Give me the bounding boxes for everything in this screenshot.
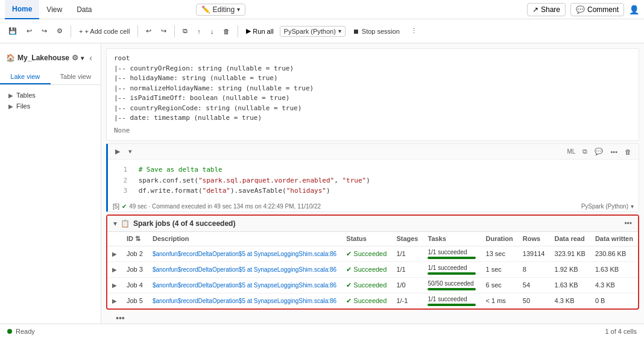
expand-cell[interactable]: ▶ xyxy=(107,261,122,277)
cell-kernel-label: PySpark (Python) xyxy=(581,203,628,210)
collapse-spark-icon[interactable]: ▾ xyxy=(113,219,117,228)
cell-expand-button[interactable]: ▾ xyxy=(126,146,134,157)
job-data-written-cell: 1.63 KB xyxy=(590,261,638,277)
more-options-button[interactable]: ⋮ xyxy=(407,25,421,37)
check-icon: ✔ xyxy=(346,266,352,274)
undo-icon: ↩ xyxy=(27,27,32,35)
progress-bar-fill xyxy=(428,304,476,306)
kernel-selector[interactable]: PySpark (Python) ▾ xyxy=(280,26,346,37)
collapse-sidebar-button[interactable]: ‹ xyxy=(87,51,95,65)
user-icon[interactable]: 👤 xyxy=(629,5,639,14)
lakehouse-icon: 🏠 xyxy=(6,54,15,62)
comment-button[interactable]: 💬 Comment xyxy=(570,3,624,16)
run-all-button[interactable]: ▶ Run all xyxy=(242,25,277,37)
sidebar: 🏠 My_Lakehouse ⚙ ▾ ‹ Lake view Table vie… xyxy=(0,43,101,324)
tab-table-view[interactable]: Table view xyxy=(51,70,101,84)
status-indicator xyxy=(7,329,12,334)
comment-label: Comment xyxy=(587,5,619,14)
check-icon: ✔ xyxy=(346,297,352,305)
lakehouse-settings-icon[interactable]: ⚙ xyxy=(72,54,78,62)
save-icon: 💾 xyxy=(8,27,17,35)
settings-button[interactable]: ⚙ xyxy=(53,25,66,37)
files-label: Files xyxy=(16,102,30,110)
status-badge: ✔ Succeeded xyxy=(346,266,387,274)
sort-icon[interactable]: ⇅ xyxy=(135,235,140,242)
code-area[interactable]: 1 # Save as delta table 2 spark.conf.set… xyxy=(108,160,639,201)
th-rows: Rows xyxy=(518,232,550,246)
spark-panel-title: Spark jobs (4 of 4 succeeded) xyxy=(133,219,235,228)
job-desc-cell[interactable]: $anonfun$recordDeltaOperation$5 at Synap… xyxy=(148,261,341,277)
separator-3 xyxy=(174,25,175,37)
spark-jobs-panel: ▾ 📋 Spark jobs (4 of 4 succeeded) ••• ID… xyxy=(106,214,639,310)
job-stages-cell: 1/1 xyxy=(391,261,423,277)
cell-count: 1 of 4 cells xyxy=(605,328,637,335)
lakehouse-title: 🏠 My_Lakehouse ⚙ ▾ xyxy=(6,54,84,62)
job-desc-cell[interactable]: $anonfun$recordDeltaOperation$5 at Synap… xyxy=(148,293,341,308)
job-stages-cell: 1/0 xyxy=(391,277,423,293)
run-all-label: Run all xyxy=(253,28,273,35)
redo-toolbar-button[interactable]: ↪ xyxy=(157,25,170,37)
undo-toolbar-button[interactable]: ↩ xyxy=(142,25,155,37)
nav-view[interactable]: View xyxy=(39,0,69,19)
nav-data[interactable]: Data xyxy=(69,0,99,19)
separator-1 xyxy=(71,25,71,37)
save-button[interactable]: 💾 xyxy=(5,25,21,37)
copy-icon: ⧉ xyxy=(183,27,188,35)
cell-more-icon[interactable]: ••• xyxy=(608,147,620,157)
move-up-button[interactable]: ↑ xyxy=(194,26,204,37)
job-rows-cell: 8 xyxy=(518,261,550,277)
undo-button[interactable]: ↩ xyxy=(23,25,36,37)
top-bar-actions: ↗ Share 💬 Comment 👤 xyxy=(527,3,639,16)
redo-button[interactable]: ↪ xyxy=(38,25,51,37)
lakehouse-chevron-icon[interactable]: ▾ xyxy=(81,55,84,61)
expand-cell[interactable]: ▶ xyxy=(107,277,122,293)
spark-panel-more-icon[interactable]: ••• xyxy=(624,219,632,228)
job-id-cell: Job 2 xyxy=(122,246,148,261)
copy-button[interactable]: ⧉ xyxy=(179,25,191,37)
job-desc-cell[interactable]: $anonfun$recordDeltaOperation$5 at Synap… xyxy=(148,277,341,293)
editing-badge[interactable]: ✏️ Editing ▾ xyxy=(196,4,246,16)
play-icon: ▶ xyxy=(246,27,251,35)
none-output: None xyxy=(114,126,631,136)
expand-cell[interactable]: ▶ xyxy=(107,246,122,261)
job-link: $anonfun$recordDeltaOperation$5 at Synap… xyxy=(153,298,336,304)
job-data-read-cell: 4.3 KB xyxy=(550,293,590,308)
job-duration-cell: < 1 ms xyxy=(481,293,518,308)
nav-home[interactable]: Home xyxy=(5,0,39,19)
job-tasks-cell: 1/1 succeeded xyxy=(423,261,481,277)
job-stages-cell: 1/1 xyxy=(391,246,423,261)
share-button[interactable]: ↗ Share xyxy=(527,3,566,16)
sidebar-item-tables[interactable]: ▶ Tables xyxy=(5,90,96,101)
cell-copy-icon[interactable]: ⧉ xyxy=(580,146,590,157)
cell-run-area: ▶ ▾ xyxy=(113,146,134,157)
code-cell-5: ▶ ▾ ML ⧉ 💬 ••• 🗑 1 # Save as delta table xyxy=(106,143,639,212)
check-icon: ✔ xyxy=(346,281,352,289)
check-icon: ✔ xyxy=(346,250,352,258)
code-line-2: 2 spark.conf.set("spark.sql.parquet.vord… xyxy=(115,175,631,186)
separator-2 xyxy=(137,25,138,37)
stop-session-button[interactable]: ⏹ Stop session xyxy=(348,26,405,37)
lakehouse-name: My_Lakehouse xyxy=(17,54,69,62)
notebook: root |-- countryOrRegion: string (nullab… xyxy=(101,43,644,324)
top-nav: Home View Data ✏️ Editing ▾ xyxy=(5,0,245,19)
status-text: Ready xyxy=(16,328,35,335)
cell-kernel-chevron-icon[interactable]: ▾ xyxy=(631,203,634,210)
move-down-button[interactable]: ↓ xyxy=(207,26,218,37)
share-label: Share xyxy=(541,5,560,14)
cell-delete-icon[interactable]: 🗑 xyxy=(622,147,634,157)
progress-bar-bg xyxy=(428,288,476,290)
delete-button[interactable]: 🗑 xyxy=(219,26,233,37)
job-desc-cell[interactable]: $anonfun$recordDeltaOperation$5 at Synap… xyxy=(148,246,341,261)
cell-comment-icon[interactable]: 💬 xyxy=(592,146,605,157)
add-code-cell-button[interactable]: + + Add code cell xyxy=(75,26,133,37)
job-data-written-cell: 0 B xyxy=(590,293,638,308)
run-cell-button[interactable]: ▶ xyxy=(113,146,122,157)
sidebar-item-files[interactable]: ▶ Files xyxy=(5,101,96,111)
progress-bar-bg xyxy=(428,272,476,275)
progress-bar-fill xyxy=(428,288,476,290)
more-cells-button[interactable]: ••• xyxy=(111,312,130,324)
job-duration-cell: 13 sec xyxy=(481,246,518,261)
job-id-cell: Job 4 xyxy=(122,277,148,293)
expand-cell[interactable]: ▶ xyxy=(107,293,122,308)
tab-lake-view[interactable]: Lake view xyxy=(0,70,51,84)
